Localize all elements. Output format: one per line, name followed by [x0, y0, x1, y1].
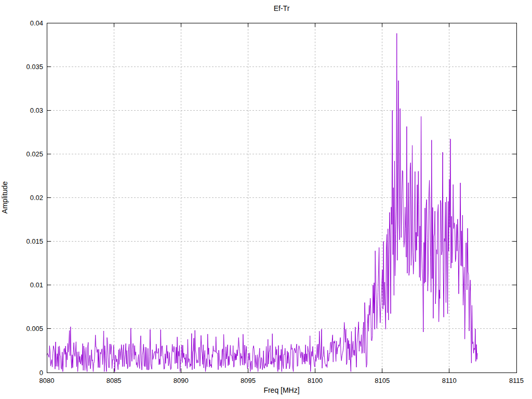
x-tick-label-8095: 8095 [241, 377, 256, 384]
x-axis-label: Freq [MHz] [263, 386, 299, 394]
y-tick-label-0.03: 0.03 [30, 107, 43, 114]
y-tick-label-0.005: 0.005 [26, 325, 43, 332]
plot-canvas: 8080808580908095810081058110811500.0050.… [0, 0, 532, 399]
grid-layer [47, 23, 516, 373]
x-tick-label-8110: 8110 [442, 377, 457, 384]
x-tick-label-8105: 8105 [375, 377, 390, 384]
x-tick-label-8080: 8080 [39, 377, 55, 384]
y-tick-label-0.015: 0.015 [26, 237, 43, 245]
y-tick-label-0.02: 0.02 [30, 194, 43, 202]
data-line-ef-tr [47, 33, 477, 371]
gnuplot-chart: 8080808580908095810081058110811500.0050.… [0, 0, 532, 399]
x-tick-label-8085: 8085 [107, 377, 122, 384]
x-tick-label-8100: 8100 [308, 377, 323, 384]
y-tick-label-0.025: 0.025 [26, 150, 43, 158]
y-tick-label-0.01: 0.01 [30, 281, 43, 289]
y-tick-label-0.04: 0.04 [30, 19, 43, 27]
chart-title: Ef-Tr [274, 4, 290, 12]
x-tick-label-8090: 8090 [174, 377, 189, 384]
y-axis-label: Amplitude [1, 181, 9, 214]
x-tick-label-8115: 8115 [509, 377, 524, 384]
y-tick-label-0.035: 0.035 [26, 63, 43, 71]
y-tick-label-0: 0 [39, 369, 43, 377]
